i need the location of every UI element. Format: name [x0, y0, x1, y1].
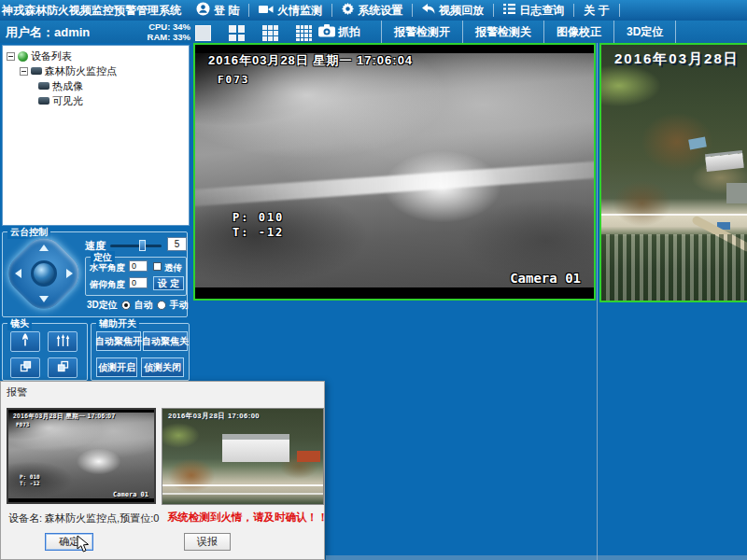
- thumbnail-preset-code: F073: [16, 421, 29, 427]
- thumbnail-timestamp: 2016年03月28日 星期一 17:06:07: [13, 413, 116, 421]
- tree-item-label: 设备列表: [31, 49, 72, 63]
- thumbnail-timestamp: 2016年03月28日 17:06:00: [168, 412, 260, 421]
- mouse-cursor: [77, 535, 90, 557]
- tree-item-label: 热成像: [52, 79, 83, 93]
- image-correction-button[interactable]: 图像校正: [543, 21, 613, 43]
- mode-3d-row: 3D定位 自动 手动: [87, 299, 189, 312]
- menu-item-label: 登 陆: [214, 3, 239, 19]
- thermal-video-panel[interactable]: 2016年03月28日 星期一 17:06:04 F073 P: 010 T: …: [193, 43, 596, 301]
- alarm-dialog: 报警 2016年03月28日 星期一 17:06:07 F073 P: 010 …: [0, 381, 325, 560]
- speed-slider-track[interactable]: [110, 245, 162, 247]
- zoom-in-icon: [21, 333, 30, 350]
- aux-switches-group: 辅助开关 自动聚焦开 自动聚焦关 侦测开启 侦测关闭: [91, 323, 190, 381]
- tree-item-device-list[interactable]: 设备列表: [3, 49, 189, 63]
- layout-single-button[interactable]: [195, 25, 211, 41]
- video-timestamp: 2016年03月28日 星期一 17:06:04: [208, 52, 413, 69]
- lens-zoom-in-button[interactable]: [10, 331, 40, 352]
- bottom-strip: [326, 555, 747, 560]
- positioning-group: 定位 水平角度 透传 俯仰角度 设 定: [85, 257, 187, 296]
- layout-nine-button[interactable]: [262, 25, 278, 41]
- thermal-thumbnail: 2016年03月28日 星期一 17:06:07 F073 P: 010 T: …: [7, 408, 156, 504]
- username-value: admin: [54, 25, 90, 39]
- layout-quad-button[interactable]: [229, 25, 245, 41]
- pitch-angle-input[interactable]: [129, 277, 148, 288]
- menu-item-label: 关 于: [584, 3, 609, 19]
- menu-item-label: 系统设置: [358, 3, 402, 19]
- collapse-icon[interactable]: [7, 52, 15, 61]
- tree-item-monitor-site[interactable]: 森林防火监控点: [3, 63, 189, 78]
- menu-item-login[interactable]: 登 陆: [187, 0, 248, 21]
- username-label: 用户名：: [6, 25, 54, 39]
- ptz-left-button[interactable]: [15, 269, 21, 278]
- collapse-icon[interactable]: [20, 67, 28, 76]
- fire-warning-text: 系统检测到火情，请及时确认！！: [167, 511, 329, 525]
- camera-label: Camera 01: [510, 271, 581, 286]
- lens-group-title: 镜头: [7, 317, 32, 330]
- camera-icon: [318, 24, 335, 40]
- detect-on-button[interactable]: 侦测开启: [96, 357, 137, 377]
- ram-usage: RAM: 33%: [125, 32, 190, 42]
- panel-divider: [597, 43, 598, 560]
- ptz-dpad: [7, 236, 81, 311]
- menu-item-label: 火情监测: [277, 3, 322, 19]
- tree-item-label: 森林防火监控点: [45, 64, 117, 78]
- tree-item-label: 可见光: [52, 94, 83, 108]
- set-button[interactable]: 设 定: [153, 276, 184, 290]
- tree-item-visible[interactable]: 可见光: [3, 93, 189, 108]
- horizontal-angle-input[interactable]: [129, 260, 148, 272]
- lens-zoom-out-button[interactable]: [48, 331, 78, 352]
- visible-video-panel[interactable]: 2016年03月28日: [599, 43, 747, 302]
- zoom-out-icon: [56, 333, 70, 350]
- layout-sixteen-button[interactable]: [296, 25, 312, 41]
- passthrough-checkbox[interactable]: [153, 262, 162, 271]
- camera-device-icon: [38, 97, 49, 105]
- speed-value-box[interactable]: 5: [167, 237, 187, 251]
- ptz-right-button[interactable]: [66, 269, 73, 278]
- menu-item-label: 日志查询: [519, 3, 564, 19]
- toolbar: 用户名：admin CPU: 34% RAM: 33% 抓拍 报警检测开 报警检…: [0, 21, 747, 43]
- autofocus-off-button[interactable]: 自动聚焦关: [143, 331, 188, 351]
- snapshot-button[interactable]: 抓拍: [318, 24, 360, 40]
- ptz-up-button[interactable]: [39, 245, 49, 251]
- false-alarm-button[interactable]: 误报: [184, 533, 231, 551]
- auto-radio[interactable]: [121, 301, 131, 310]
- menu-item-system-settings[interactable]: 系统设置: [332, 0, 412, 21]
- menu-item-label: 视频回放: [439, 3, 484, 19]
- ptz-center-button[interactable]: [31, 260, 57, 287]
- auto-label: 自动: [134, 299, 153, 312]
- lens-focus-near-button[interactable]: [10, 357, 40, 378]
- guardrail-line: [162, 484, 323, 486]
- lens-focus-far-button[interactable]: [48, 357, 78, 378]
- white-house: [222, 440, 289, 462]
- menu-item-about[interactable]: 关 于: [574, 0, 618, 21]
- tree-item-thermal[interactable]: 热成像: [3, 78, 189, 93]
- menu-item-fire-monitor[interactable]: 火情监测: [249, 0, 331, 21]
- alarm-detect-on-button[interactable]: 报警检测开: [381, 21, 462, 43]
- pitch-angle-label: 俯仰角度: [90, 279, 125, 291]
- ptz-down-button[interactable]: [39, 296, 49, 302]
- guardrail-line: [162, 493, 323, 495]
- manual-radio[interactable]: [157, 301, 166, 310]
- device-name-text: 设备名: 森林防火监控点,预置位:0: [8, 511, 159, 525]
- alarm-detect-off-button[interactable]: 报警检测关: [462, 21, 543, 43]
- thumbnail-tilt-readout: T: -12: [20, 480, 40, 486]
- mode-3d-label: 3D定位: [87, 299, 118, 312]
- focus-near-icon: [20, 359, 32, 376]
- speed-slider-thumb[interactable]: [139, 240, 146, 251]
- aux-group-title: 辅助开关: [96, 317, 139, 330]
- device-tree-panel: 设备列表 森林防火监控点 热成像 可见光: [2, 45, 190, 226]
- detect-off-button[interactable]: 侦测关闭: [141, 357, 184, 377]
- autofocus-on-button[interactable]: 自动聚焦开: [96, 331, 141, 351]
- passthrough-label: 透传: [164, 262, 182, 274]
- positioning-3d-button[interactable]: 3D定位: [613, 21, 675, 43]
- system-load: CPU: 34% RAM: 33%: [125, 21, 190, 42]
- list-icon: [503, 4, 515, 17]
- visible-thumbnail-scene: [162, 409, 323, 504]
- horizontal-angle-label: 水平角度: [90, 262, 125, 274]
- road-edge-line: [601, 214, 747, 216]
- menu-item-log-query[interactable]: 日志查询: [494, 0, 573, 21]
- gray-house: [726, 183, 747, 203]
- toolbar-button-group: 报警检测开 报警检测关 图像校正 3D定位: [381, 21, 676, 43]
- menu-item-video-playback[interactable]: 视频回放: [413, 0, 493, 21]
- username: 用户名：admin: [6, 24, 90, 41]
